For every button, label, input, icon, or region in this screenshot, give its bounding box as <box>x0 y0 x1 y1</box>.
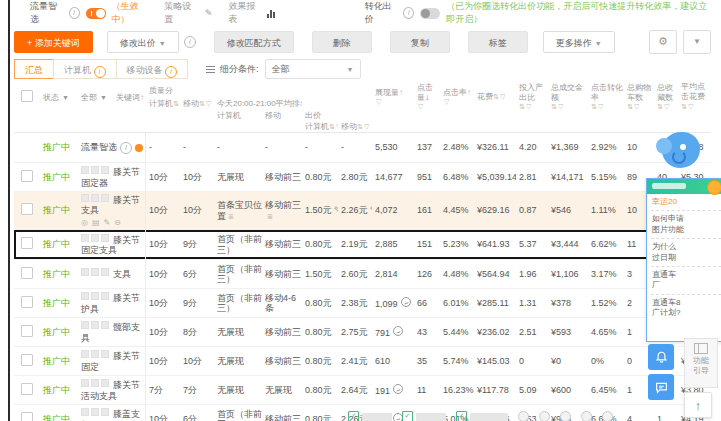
header-gmv[interactable]: 总成交金额⇅▽ <box>548 83 588 112</box>
clicks-cell: 951 <box>414 172 440 182</box>
info-icon[interactable]: i <box>403 7 414 19</box>
modify-match-button[interactable]: 修改匹配方式 <box>214 31 294 53</box>
info-icon[interactable]: i <box>184 36 196 48</box>
rank-detail-icon[interactable]: ≣ <box>228 213 234 220</box>
header-cvr[interactable]: 点击转化率⇅▽ <box>588 83 624 112</box>
row-checkbox[interactable] <box>21 170 33 182</box>
header-favorites[interactable]: 总收藏数⇅▽ <box>654 83 678 112</box>
header-bid-pc[interactable]: 计算机⇅▽ <box>302 121 338 132</box>
header-bid-mobile[interactable]: 移动⇅▽ <box>338 121 372 132</box>
platform-dots-icon <box>81 408 109 416</box>
header-impressions[interactable]: 展现量↑▽ <box>372 88 414 107</box>
table-row[interactable]: 推广中膝关节支具◎▤✎⊖10分10分首条宝贝位置≣移动前三≣1.50元✎2.26… <box>14 192 710 230</box>
header-qs-mobile[interactable]: 移动⇅▽ <box>180 98 214 109</box>
row-action-icons[interactable]: ◎▤✎⊖ <box>81 218 145 227</box>
gear-icon[interactable]: ⚙ <box>649 30 677 54</box>
tag-button[interactable]: 标签 <box>468 31 528 53</box>
bar-chart-icon[interactable] <box>267 9 275 18</box>
select-all-checkbox[interactable] <box>21 90 33 102</box>
help-item[interactable]: 直通车厂 <box>647 267 721 294</box>
row-checkbox-cell[interactable] <box>14 296 40 310</box>
header-qs-pc[interactable]: 计算机⇅▽ <box>146 98 180 109</box>
row-checkbox-cell[interactable] <box>14 203 40 217</box>
help-item[interactable]: 如何申请图片功能 <box>647 211 721 238</box>
table-row[interactable]: 推广中膝关节固定支具10分9分首页（非前三）移动前三0.80元2.19元2,88… <box>14 230 710 260</box>
assistant-mascot-icon[interactable] <box>656 128 704 174</box>
row-checkbox-cell[interactable] <box>14 412 40 421</box>
row-checkbox[interactable] <box>21 354 33 366</box>
conversion-bid-toggle[interactable] <box>420 8 440 19</box>
help-item[interactable]: 幸运20 <box>647 194 721 210</box>
strategy-settings-link[interactable]: 策略设置 <box>164 0 197 26</box>
copy-button[interactable]: 复制 <box>390 31 450 53</box>
device-segment-control: 汇总 计算机 i 移动设备 i <box>14 59 188 79</box>
table-row[interactable]: 推广中膝关节固定器10分10分无展现移动前三0.80元2.80元14,67795… <box>14 163 710 192</box>
delete-button[interactable]: 删除 <box>312 31 372 53</box>
row-checkbox[interactable] <box>21 412 33 421</box>
row-checkbox[interactable] <box>21 383 33 395</box>
row-checkbox-cell[interactable] <box>14 354 40 368</box>
header-keyword-sort[interactable]: 关键词↑ <box>116 92 144 103</box>
quality-score-mobile-cell: 6分 <box>180 414 214 421</box>
table-row[interactable]: 推广中流量智选i------5,5301372.48%¥326.114.20¥1… <box>14 133 710 163</box>
rank-pc-cell: 首页（非前三） <box>214 234 262 255</box>
row-checkbox-cell[interactable] <box>14 237 40 251</box>
feature-guide-button[interactable]: 功能引导 <box>684 338 718 388</box>
effect-report-link[interactable]: 效果报表 <box>228 0 261 26</box>
trend-icon[interactable] <box>393 326 403 336</box>
table-row[interactable]: 推广中膝关节固定10分10分无展现移动前三0.80元2.41元610355.74… <box>14 347 710 376</box>
add-keyword-button[interactable]: + 添加关键词 <box>14 31 93 53</box>
row-checkbox-cell[interactable] <box>14 170 40 184</box>
table-row[interactable]: 推广中支具10分6分首页（非前三）移动前三1.50元2.60元2,8141264… <box>14 260 710 289</box>
more-actions-button[interactable]: 更多操作▼ <box>543 31 615 53</box>
prize-badge-icon[interactable] <box>707 180 721 195</box>
header-rank-pc: 计算机 <box>214 110 262 121</box>
info-icon[interactable]: i <box>69 7 80 19</box>
rank-detail-icon[interactable]: ≣ <box>267 213 273 220</box>
traffic-smart-toggle[interactable] <box>86 8 106 19</box>
header-roi[interactable]: 投入产出比⇅▽ <box>516 83 548 112</box>
segment-pc[interactable]: 计算机 i <box>53 59 117 79</box>
row-checkbox-cell[interactable] <box>14 267 40 281</box>
bid-mobile-cell[interactable]: 2.26元✎ <box>338 205 372 215</box>
help-panel-header[interactable] <box>647 179 721 194</box>
rank-mobile-cell: 移动4-6条 <box>262 293 302 314</box>
table-row[interactable]: 推广中膝关节活动支具7分7分无展现无展现0.80元2.64元1911116.23… <box>14 376 710 405</box>
clicks-cell: 161 <box>414 205 440 215</box>
trend-icon[interactable] <box>401 297 411 307</box>
segment-mobile[interactable]: 移动设备 i <box>116 59 189 79</box>
chevron-down-icon[interactable]: ▼ <box>683 30 711 54</box>
header-avg-cpc[interactable]: 平均点击花费⇅▽ <box>678 82 708 112</box>
bid-pc-cell[interactable]: 1.50元✎ <box>302 205 338 215</box>
row-checkbox[interactable] <box>21 267 33 279</box>
trend-icon[interactable] <box>393 384 403 394</box>
header-ctr[interactable]: 点击率↑▽ <box>440 88 474 107</box>
table-row[interactable]: 推广中髋部支具10分8分无展现移动前三0.80元2.75元791435.44%¥… <box>14 318 710 347</box>
help-item[interactable]: 为什么过日期 <box>647 239 721 266</box>
row-checkbox[interactable] <box>21 296 33 308</box>
help-item[interactable]: 直通车8广计划? <box>647 295 721 322</box>
bell-icon[interactable] <box>648 344 674 370</box>
row-checkbox-cell[interactable] <box>14 383 40 397</box>
header-status[interactable]: 状态▼ <box>40 92 78 103</box>
quality-score-mobile-cell: 9分 <box>180 239 214 249</box>
modify-bid-button[interactable]: 修改出价▼ <box>107 31 179 53</box>
edit-pencil-icon[interactable]: ✎ <box>205 8 213 18</box>
subdivide-select[interactable]: 全部▼ <box>265 59 361 79</box>
bid-mobile-cell: 2.19元 <box>338 239 372 249</box>
header-all-filter[interactable]: 全部▼ <box>81 92 107 103</box>
header-cost[interactable]: 花费⇅▽ <box>474 92 516 102</box>
quality-score-mobile-cell: 7分 <box>180 385 214 395</box>
roi-cell: 5.09 <box>516 385 548 395</box>
bid-pc-cell: 1.50元 <box>302 269 338 279</box>
table-row[interactable]: 推广中膝关节护具10分9分首页（非前三）移动4-6条0.80元2.38元1,09… <box>14 289 710 318</box>
row-checkbox-cell[interactable] <box>14 325 40 339</box>
info-icon[interactable]: i <box>120 142 132 154</box>
row-checkbox[interactable] <box>21 237 33 249</box>
segment-summary[interactable]: 汇总 <box>14 59 54 79</box>
chat-icon[interactable] <box>648 374 674 400</box>
row-checkbox[interactable] <box>21 325 33 337</box>
header-clicks[interactable]: 点击量↓▽ <box>414 83 440 112</box>
header-cart[interactable]: 总购物车数⇅▽ <box>624 83 654 112</box>
row-checkbox[interactable] <box>21 203 33 215</box>
